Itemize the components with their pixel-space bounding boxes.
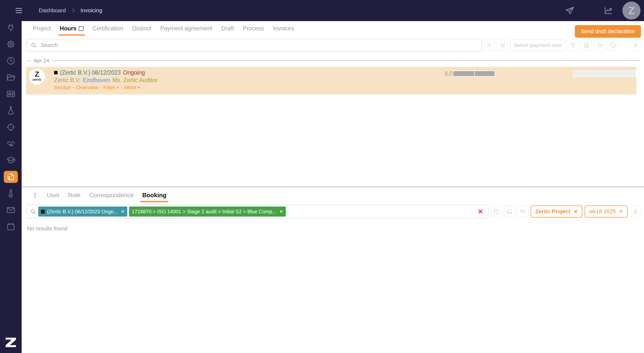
breadcrumb-invoicing[interactable]: Invoicing — [80, 7, 102, 14]
tab-booking[interactable]: Booking — [142, 192, 166, 202]
chip-close-icon[interactable]: ✕ — [279, 209, 283, 214]
row-line-company: Zertic B.V. Eindhoven Ms. Zertic Auditor — [54, 76, 157, 84]
sidebar-item-contacts[interactable] — [0, 88, 22, 100]
payment-condition-select[interactable] — [510, 39, 565, 51]
chip-close-icon[interactable]: ✕ — [574, 209, 578, 215]
empty-state-message: No results found — [22, 218, 644, 232]
sidebar-item-partners[interactable] — [0, 138, 22, 150]
chip-booking-path-label: 1718870 > ISO 14001 > Stage 2 audit > In… — [132, 209, 276, 215]
booking-sort-button[interactable] — [630, 206, 641, 217]
row-details: (Zertic B.V.) 06/12/2023 Ongoing Zertic … — [54, 69, 157, 91]
archive-icon — [583, 42, 590, 48]
chip-week-label: wk18 2025 — [589, 208, 616, 215]
tab-invoices[interactable]: Invoices — [273, 25, 294, 36]
folder-open-icon — [6, 73, 16, 82]
paper-plane-icon — [565, 6, 574, 15]
search-input[interactable] — [40, 42, 478, 49]
tab-payment-agreement[interactable]: Payment agreement — [160, 25, 212, 36]
sidebar-item-mail[interactable] — [0, 204, 22, 216]
status-square-icon — [41, 210, 45, 214]
sidebar-item-temperature[interactable] — [0, 187, 22, 199]
status-square-icon — [54, 71, 58, 74]
sidebar-item-projects[interactable] — [0, 71, 22, 83]
booking-search-box[interactable]: (Zertic B.V.) 06/12/2023 Ongo... ✕ 17188… — [27, 205, 488, 218]
filter-chip-zertic-project[interactable]: Zertic Project ✕ — [531, 206, 582, 218]
zertic-logo — [3, 334, 19, 350]
sidebar-item-lab[interactable] — [0, 105, 22, 117]
sidebar-item-training[interactable] — [0, 154, 22, 166]
sidebar-item-time[interactable] — [0, 55, 22, 67]
tab-certification[interactable]: Certification — [93, 25, 123, 36]
row-action-invoice[interactable]: Invoice — [54, 84, 71, 90]
sidebar-item-integrations[interactable] — [0, 22, 22, 34]
layers-icon — [499, 42, 506, 48]
filter-user-button[interactable] — [484, 39, 495, 51]
certificate-document-icon — [7, 173, 15, 181]
statistics-button[interactable] — [602, 6, 614, 15]
hours-progress-bars — [453, 71, 495, 77]
app-root: Dashboard Invoicing Z — [0, 0, 644, 353]
action-separator: - — [73, 84, 74, 90]
breadcrumb: Dashboard Invoicing — [39, 7, 102, 14]
filter-trophy-button[interactable] — [568, 39, 579, 51]
filter-chip-company[interactable]: (Zertic B.V.) 06/12/2023 Ongo... ✕ — [38, 207, 127, 217]
hamburger-menu-button[interactable] — [13, 6, 25, 15]
filter-chip-week[interactable]: wk18 2025 ✕ — [585, 206, 628, 218]
send-draft-declaration-button[interactable]: Send draft declaration — [575, 25, 641, 38]
tab-role[interactable]: Role — [68, 192, 80, 202]
tab-hours[interactable]: Hours — [60, 25, 84, 36]
graduation-cap-icon — [6, 156, 16, 165]
breadcrumb-dashboard[interactable]: Dashboard — [39, 7, 66, 14]
tab-correspondence[interactable]: Correspondence — [89, 192, 134, 202]
clock-icon — [6, 56, 16, 66]
sidebar — [0, 21, 22, 353]
gear-icon — [6, 39, 16, 49]
row-action-more[interactable]: More▼ — [125, 84, 141, 90]
booking-tags-button[interactable] — [491, 206, 502, 217]
flask-icon — [6, 106, 16, 115]
booking-payment-button[interactable] — [504, 206, 515, 217]
group-divider-line — [52, 60, 640, 61]
user-avatar[interactable]: Z — [622, 2, 640, 20]
row-title-link[interactable]: (Zertic B.V.) 06/12/2023 — [60, 69, 121, 76]
chip-close-icon[interactable]: ✕ — [619, 209, 623, 215]
filter-chip-booking-path[interactable]: 1718870 > ISO 14001 > Stage 2 audit > In… — [129, 207, 286, 217]
chip-close-icon[interactable]: ✕ — [121, 209, 125, 214]
chart-line-icon — [604, 6, 613, 15]
chip-zertic-project-label: Zertic Project — [535, 208, 571, 215]
row-city-link[interactable]: Eindhoven — [83, 77, 110, 84]
row-action-overview[interactable]: Overview — [76, 84, 98, 90]
search-icon — [30, 42, 37, 48]
plug-icon — [6, 23, 16, 32]
sidebar-item-audits[interactable] — [0, 121, 22, 133]
hours-result-row[interactable]: Z zertic (Zertic B.V.) 06/12/2023 Ongoin… — [26, 67, 636, 94]
resize-panel-handle[interactable] — [32, 192, 38, 202]
envelope-icon — [6, 205, 16, 215]
booking-team-button[interactable] — [517, 206, 528, 217]
tab-distinct[interactable]: Distinct — [132, 25, 151, 36]
z-logo-icon — [3, 334, 19, 350]
row-line-actions: Invoice - Overview - Filter▼ - More▼ — [54, 84, 157, 91]
filter-archive-button[interactable] — [581, 39, 592, 51]
tab-project[interactable]: Project — [33, 25, 51, 36]
tags-icon — [493, 208, 499, 215]
hours-filter-checkbox[interactable] — [79, 26, 84, 31]
caret-down-icon: ▼ — [137, 86, 140, 89]
filter-favorite-button[interactable] — [594, 39, 605, 51]
sidebar-item-settings[interactable] — [0, 38, 22, 50]
filter-tag-button[interactable] — [608, 39, 619, 51]
send-message-button[interactable] — [564, 6, 576, 15]
row-action-filter[interactable]: Filter▼ — [103, 84, 119, 90]
sidebar-item-calendar[interactable] — [0, 221, 22, 233]
sort-button[interactable] — [630, 39, 641, 51]
sort-up-down-icon — [632, 42, 639, 48]
filter-layers-button[interactable] — [497, 39, 508, 51]
caret-down-icon: ▼ — [116, 86, 119, 89]
tab-draft[interactable]: Draft — [221, 25, 234, 36]
tab-user[interactable]: User — [47, 192, 60, 202]
tab-process[interactable]: Process — [243, 25, 264, 36]
sidebar-item-invoicing-active[interactable] — [4, 171, 18, 183]
clear-filters-button[interactable]: ✕ — [476, 208, 485, 215]
hours-search-row — [22, 38, 644, 52]
action-separator: - — [100, 84, 102, 90]
